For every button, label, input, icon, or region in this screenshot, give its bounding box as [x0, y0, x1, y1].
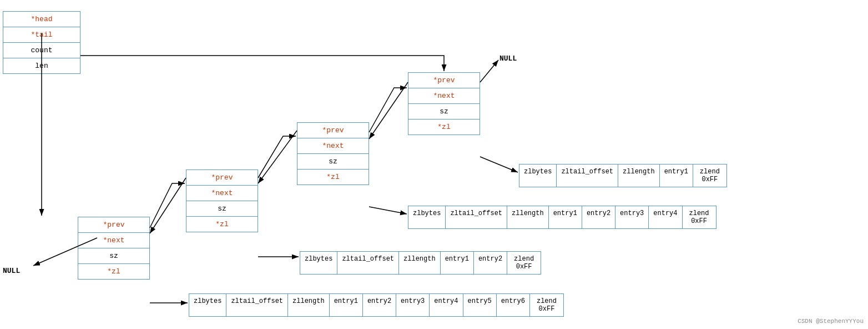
zl2-zlend: zlend0xFF	[507, 252, 541, 274]
zl4-zllength: zllength	[618, 164, 660, 187]
node1-sz: sz	[78, 248, 149, 264]
zl1-zlbytes: zlbytes	[189, 294, 226, 316]
node4-zl: *zl	[408, 119, 480, 134]
zl1-zlend: zlend0xFF	[530, 294, 563, 316]
node4-next: *next	[408, 88, 480, 104]
zl4-zlend: zlend0xFF	[693, 164, 726, 187]
zl3-zllength: zllength	[507, 206, 549, 228]
svg-line-7	[480, 157, 518, 172]
field-count: count	[3, 43, 80, 58]
node3-sz: sz	[297, 154, 369, 170]
node3-next: *next	[297, 138, 369, 154]
main-struct-box: *head *tail count len	[3, 11, 80, 74]
zl3-zlbytes: zlbytes	[408, 206, 446, 228]
node3-box: *prev *next sz *zl	[297, 122, 369, 185]
zl3-entry1: entry1	[549, 206, 582, 228]
node1-prev: *prev	[78, 217, 149, 233]
zl1-entry2: entry2	[363, 294, 396, 316]
watermark: CSDN @StephenYYYou	[798, 318, 864, 325]
zl1-zltail: zltail_offset	[226, 294, 288, 316]
zl-row-1: zlbytes zltail_offset zllength entry1 en…	[189, 293, 564, 317]
node2-next: *next	[186, 186, 258, 201]
zl3-zltail: zltail_offset	[446, 206, 507, 228]
zl2-zllength: zllength	[399, 252, 441, 274]
node4-prev: *prev	[408, 73, 480, 88]
null-label-1: NULL	[3, 267, 20, 275]
field-len: len	[3, 58, 80, 73]
zl1-entry6: entry6	[497, 294, 530, 316]
zl1-entry4: entry4	[430, 294, 463, 316]
zl4-zlbytes: zlbytes	[519, 164, 557, 187]
node1-zl: *zl	[78, 264, 149, 279]
zl1-entry1: entry1	[330, 294, 363, 316]
node1-next: *next	[78, 233, 149, 248]
arrows-svg	[0, 0, 868, 329]
zl1-entry5: entry5	[463, 294, 497, 316]
field-tail: *tail	[3, 27, 80, 43]
svg-line-6	[369, 207, 407, 214]
zl1-entry3: entry3	[396, 294, 430, 316]
node4-box: *prev *next sz *zl	[408, 72, 480, 135]
node2-prev: *prev	[186, 170, 258, 186]
zl2-entry1: entry1	[441, 252, 474, 274]
diagram: *head *tail count len *prev *next sz *zl…	[0, 0, 868, 329]
node2-sz: sz	[186, 201, 258, 217]
zl3-entry3: entry3	[615, 206, 649, 228]
zl-row-2: zlbytes zltail_offset zllength entry1 en…	[300, 251, 541, 275]
node3-zl: *zl	[297, 170, 369, 185]
node4-sz: sz	[408, 104, 480, 119]
node3-prev: *prev	[297, 123, 369, 138]
null-label-2: NULL	[499, 54, 517, 63]
zl1-zllength: zllength	[288, 294, 330, 316]
zl2-entry2: entry2	[474, 252, 507, 274]
node1-box: *prev *next sz *zl	[78, 217, 150, 280]
zl3-entry2: entry2	[582, 206, 615, 228]
zl2-zlbytes: zlbytes	[300, 252, 337, 274]
svg-line-3	[480, 60, 498, 82]
zl-row-3: zlbytes zltail_offset zllength entry1 en…	[408, 206, 716, 229]
zl3-zlend: zlend0xFF	[683, 206, 716, 228]
zl-row-4: zlbytes zltail_offset zllength entry1 zl…	[519, 164, 727, 187]
zl3-entry4: entry4	[649, 206, 682, 228]
node2-zl: *zl	[186, 217, 258, 232]
node2-box: *prev *next sz *zl	[186, 170, 258, 232]
zl4-entry1: entry1	[660, 164, 693, 187]
zl4-zltail: zltail_offset	[557, 164, 618, 187]
field-head: *head	[3, 12, 80, 27]
zl2-zltail: zltail_offset	[337, 252, 399, 274]
